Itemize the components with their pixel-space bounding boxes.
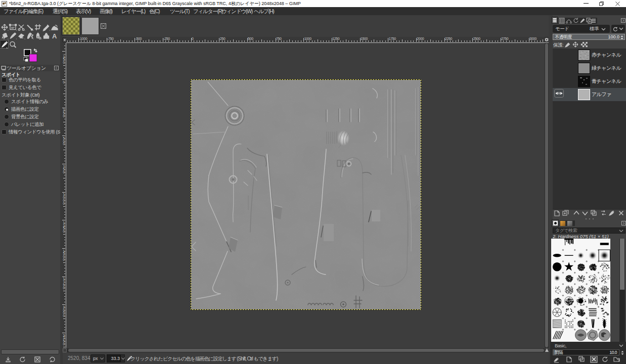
svg-text:A: A [52, 32, 57, 40]
